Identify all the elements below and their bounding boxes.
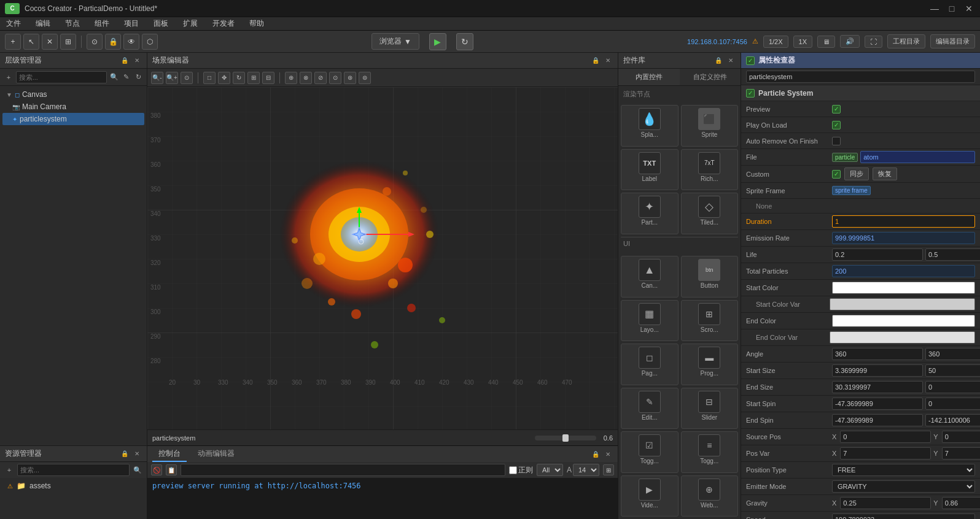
- comp-button[interactable]: btn Button: [681, 256, 739, 298]
- snap-button[interactable]: ⊙: [87, 34, 103, 50]
- gravity-x-input[interactable]: [840, 497, 931, 509]
- scene-move[interactable]: ✥: [218, 72, 230, 84]
- comp-sprite[interactable]: ⬛ Sprite: [681, 105, 739, 147]
- scene-btn-10[interactable]: ⊙: [329, 72, 341, 84]
- comp-tab-builtin[interactable]: 内置控件: [618, 69, 680, 85]
- comp-video[interactable]: ▶ Vide...: [621, 475, 679, 517]
- endspin-input2[interactable]: [925, 414, 980, 426]
- life-input2[interactable]: [925, 248, 980, 261]
- hierarchy-close-button[interactable]: ✕: [132, 56, 142, 66]
- menu-dev[interactable]: 开发者: [210, 17, 237, 30]
- scene-rect-select[interactable]: □: [203, 72, 216, 84]
- menu-file[interactable]: 文件: [4, 17, 23, 30]
- comp-splash[interactable]: 💧 Spla...: [621, 105, 679, 147]
- node-button[interactable]: ⬡: [142, 34, 158, 50]
- angle-input1[interactable]: [832, 348, 923, 360]
- grid-button[interactable]: ⊞: [60, 34, 76, 50]
- posvar-y-input[interactable]: [942, 447, 980, 459]
- comp-scroll[interactable]: ⊞ Scro...: [681, 300, 739, 342]
- duration-input[interactable]: [832, 215, 975, 228]
- position-type-select[interactable]: FREE: [832, 464, 975, 476]
- assets-add-button[interactable]: +: [4, 464, 15, 475]
- scene-zoom-in[interactable]: 🔍+: [166, 72, 178, 84]
- assets-close-button[interactable]: ✕: [132, 449, 142, 459]
- components-close-button[interactable]: ✕: [726, 56, 736, 66]
- scale-label-full[interactable]: 1X: [793, 36, 812, 48]
- sound-icon[interactable]: 🔊: [840, 35, 860, 48]
- file-input[interactable]: [860, 151, 975, 163]
- scene-timeline-slider[interactable]: [535, 436, 596, 440]
- emission-rate-input[interactable]: [832, 232, 975, 244]
- properties-header-check[interactable]: ✓: [746, 56, 755, 65]
- endspin-input1[interactable]: [832, 414, 923, 426]
- console-level-select[interactable]: All: [537, 464, 563, 476]
- tree-item-main-camera[interactable]: 📷 Main Camera: [2, 101, 144, 113]
- asset-item-assets[interactable]: ⚠ 📁 assets: [5, 480, 142, 491]
- comp-toggle1[interactable]: ☑ Togg...: [621, 431, 679, 473]
- console-filter-button[interactable]: 📋: [166, 464, 177, 475]
- posvar-x-input[interactable]: [840, 447, 931, 459]
- hierarchy-lock-button[interactable]: 🔒: [120, 56, 130, 66]
- endsize-input2[interactable]: [925, 381, 980, 393]
- playonload-checkbox[interactable]: ✓: [832, 121, 841, 129]
- scene-view[interactable]: 使用鼠标右键平移画面起点，使用滚轮缩放视图 380 3: [147, 87, 618, 429]
- screen-icon[interactable]: 🖥: [817, 36, 835, 48]
- comp-canvas[interactable]: ▲ Can...: [621, 256, 679, 298]
- total-particles-input[interactable]: [832, 265, 975, 277]
- sourcepos-x-input[interactable]: [840, 431, 931, 443]
- tree-item-canvas[interactable]: ▼ ◻ Canvas: [2, 88, 144, 101]
- console-expand-button[interactable]: ⊞: [603, 464, 614, 475]
- gravity-y-input[interactable]: [942, 497, 980, 509]
- startspin-input1[interactable]: [832, 398, 923, 410]
- end-color-var-swatch[interactable]: [830, 331, 975, 344]
- comp-slider[interactable]: ⊟ Slider: [681, 388, 739, 429]
- lock-button[interactable]: 🔒: [105, 34, 121, 50]
- scene-zoom-fit[interactable]: ⊙: [181, 72, 193, 84]
- startspin-input2[interactable]: [925, 398, 980, 410]
- scene-scale[interactable]: ⊞: [247, 72, 260, 84]
- delete-button[interactable]: ✕: [42, 34, 58, 50]
- font-size-select[interactable]: 14: [573, 464, 599, 476]
- menu-edit[interactable]: 编辑: [33, 17, 53, 30]
- angle-input2[interactable]: [925, 348, 980, 360]
- emitter-mode-select[interactable]: GRAVITY: [832, 480, 975, 493]
- console-tab-console[interactable]: 控制台: [152, 447, 187, 462]
- sync-button[interactable]: 同步: [844, 167, 869, 180]
- comp-label[interactable]: TXT Label: [621, 149, 679, 191]
- tree-item-particlesystem[interactable]: ✦ particlesystem: [2, 113, 144, 125]
- endsize-input1[interactable]: [832, 381, 923, 393]
- close-button[interactable]: ✕: [963, 4, 975, 13]
- refresh-button[interactable]: ↻: [456, 33, 473, 50]
- sourcepos-y-input[interactable]: [942, 431, 980, 443]
- end-color-swatch[interactable]: [832, 315, 975, 327]
- comp-tiled[interactable]: ◇ Tiled...: [681, 193, 739, 234]
- menu-component[interactable]: 组件: [92, 17, 112, 30]
- menu-help[interactable]: 帮助: [247, 17, 266, 30]
- eye-button[interactable]: 👁: [123, 34, 139, 50]
- console-search-input[interactable]: [181, 464, 505, 476]
- preview-checkbox[interactable]: ✓: [832, 105, 841, 113]
- scene-btn-9[interactable]: ⊘: [314, 72, 327, 84]
- play-button[interactable]: ▶: [429, 33, 446, 50]
- slider-thumb[interactable]: [562, 434, 569, 442]
- add-button[interactable]: +: [5, 34, 21, 50]
- assets-search-input[interactable]: [17, 464, 130, 476]
- autoremove-checkbox[interactable]: [832, 137, 841, 145]
- scene-btn-11[interactable]: ⊛: [344, 72, 356, 84]
- menu-extend[interactable]: 扩展: [181, 17, 200, 30]
- custom-checkbox[interactable]: ✓: [832, 170, 841, 179]
- comp-tab-custom[interactable]: 自定义控件: [680, 69, 741, 85]
- console-close-button[interactable]: ✕: [603, 449, 613, 459]
- scene-lock-button[interactable]: 🔒: [591, 56, 601, 66]
- console-clear-button[interactable]: 🚫: [151, 464, 162, 475]
- console-tab-animation[interactable]: 动画编辑器: [192, 447, 241, 462]
- console-text-checkbox[interactable]: [509, 466, 517, 474]
- life-input1[interactable]: [832, 248, 923, 261]
- comp-particle[interactable]: ✦ Part...: [621, 193, 679, 234]
- comp-page[interactable]: ◻ Pag...: [621, 344, 679, 385]
- hierarchy-edit-button[interactable]: ✎: [122, 72, 131, 83]
- comp-richtext[interactable]: 7xT Rich...: [681, 149, 739, 191]
- fullscreen-button[interactable]: ⛶: [865, 36, 882, 48]
- scene-btn-7[interactable]: ⊕: [285, 72, 297, 84]
- hierarchy-refresh-button[interactable]: ↻: [133, 72, 143, 83]
